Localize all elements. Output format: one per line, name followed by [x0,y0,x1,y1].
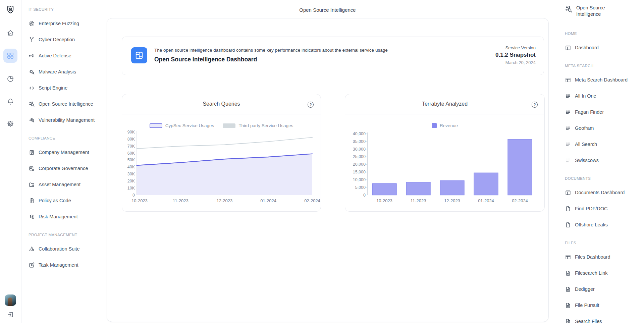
svg-text:60K: 60K [127,151,135,156]
service-version-value: 0.1.2 Snapshot [495,52,536,58]
section-header-files: FILES [565,241,576,245]
section-header-it-security: IT SECURITY [29,7,54,11]
sidebar-item-label: Malware Analysis [39,69,76,74]
svg-text:50K: 50K [127,158,135,162]
sidebar-item-policy-as-code[interactable]: Policy as Code [29,196,71,205]
pie-chart-icon[interactable] [7,75,14,83]
sidebar-item-label: Enterprise Fuzzing [39,21,79,26]
dashboard-grid-icon[interactable] [3,49,17,63]
building-icon [29,149,35,156]
shield-check-logo-icon [6,5,15,15]
svg-text:30K: 30K [127,172,135,176]
sidebar-item-asset-management[interactable]: Asset Management [29,180,80,189]
svg-text:80K: 80K [127,137,135,142]
sidebar-item-risk-management[interactable]: Risk Management [29,212,78,221]
sidebar-item-label: Goofram [575,125,594,131]
sidebar-item-fagan-finder[interactable]: Fagan Finder [565,108,604,116]
svg-text:30,000: 30,000 [353,147,366,152]
svg-text:40,000: 40,000 [353,131,366,136]
section-header-project-management: PROJECT MANAGEMENT [29,233,77,237]
sidebar-item-file-pursuit[interactable]: File Pursuit [565,301,599,310]
sidebar-item-offshore-leaks[interactable]: Offshore Leaks [565,220,608,229]
bug-search-icon [29,69,35,75]
svg-text:70K: 70K [127,144,135,149]
sidebar-item-label: Company Management [39,150,89,155]
bell-icon[interactable] [7,98,14,105]
section-header-compliance: COMPLIANCE [29,136,55,140]
sidebar-item-meta-search-dashboard[interactable]: Meta Search Dashboard [565,75,628,84]
sidebar-item-enterprise-fuzzing[interactable]: Enterprise Fuzzing [29,19,79,28]
section-header-meta-search: META SEARCH [565,64,593,68]
logout-icon[interactable] [7,311,14,318]
sidebar-item-all-search[interactable]: All Search [565,140,597,149]
line-chart-plot: 010K20K30K40K50K60K70K80K90K10-202311-20… [122,94,321,211]
pen-square-icon [29,262,35,268]
service-version-block: Service Version 0.1.2 Snapshot March 20,… [495,45,536,65]
sidebar-item-open-source-intelligence[interactable]: Open Source Intelligence [29,100,93,108]
svg-text:0: 0 [132,193,135,198]
left-sidebar: IT SECURITYEnterprise FuzzingCyber Decep… [21,0,107,323]
service-version-label: Service Version [495,45,536,50]
file-badge-icon [565,302,571,309]
right-sidebar-title-line2: Intelligence [576,11,605,17]
sidebar-item-label: Meta Search Dashboard [575,77,628,83]
sidebar-item-collaboration-suite[interactable]: Collaboration Suite [29,245,80,253]
sidebar-item-label: Documents Dashboard [575,190,625,195]
sidebar-item-swisscows[interactable]: Swisscows [565,156,599,165]
layout-dashboard-icon [565,190,571,196]
layers-icon [29,214,35,220]
sidebar-item-label: Cyber Deception [39,37,75,42]
sidebar-item-script-engine[interactable]: Script Engine [29,84,67,92]
sidebar-item-malware-analysis[interactable]: Malware Analysis [29,67,76,76]
right-sidebar-title-line1: Open Source [576,5,605,11]
svg-text:25,000: 25,000 [353,154,366,159]
icon-rail [0,0,21,323]
svg-text:11-2023: 11-2023 [173,198,189,203]
bar-chart-plot: 05,00010,00015,00020,00025,00030,00035,0… [345,94,544,211]
list-icon [565,93,571,99]
sidebar-item-label: Files Dashboard [575,254,610,260]
branch-icon [29,37,35,43]
svg-text:02-2024: 02-2024 [512,198,528,203]
sidebar-item-task-management[interactable]: Task Management [29,261,78,269]
sidebar-item-label: Dedigger [575,286,595,292]
sidebar-item-all-in-one[interactable]: All In One [565,92,596,100]
sidebar-item-vulnerability-management[interactable]: Vulnerability Management [29,116,95,124]
layout-dashboard-icon [565,77,571,83]
svg-text:90K: 90K [127,130,135,134]
sidebar-item-company-management[interactable]: Company Management [29,148,89,157]
banner-title: Open Source Intelligence Dashboard [154,56,257,63]
sidebar-item-search-files[interactable]: Search Files [565,317,602,323]
sidebar-item-files-dashboard[interactable]: Files Dashboard [565,253,610,261]
layout-dashboard-icon [565,45,571,51]
scrollbar-track[interactable] [642,0,642,323]
svg-text:12-2023: 12-2023 [216,198,232,203]
svg-text:40K: 40K [127,165,135,169]
sidebar-item-dedigger[interactable]: Dedigger [565,285,595,293]
home-icon[interactable] [7,29,14,37]
page: IT SECURITYEnterprise FuzzingCyber Decep… [0,0,644,323]
clipboard-icon [29,198,35,204]
sidebar-item-label: Risk Management [39,214,78,219]
sidebar-item-label: All In One [575,93,596,99]
folder-icon [29,181,35,188]
sidebar-item-label: Dashboard [575,45,599,50]
user-avatar[interactable] [5,294,16,306]
sidebar-item-label: Script Engine [39,85,67,91]
sidebar-item-label: Find PDF/DOC [575,206,608,211]
file-badge-icon [565,286,571,292]
sidebar-item-cyber-deception[interactable]: Cyber Deception [29,35,75,44]
svg-text:0: 0 [363,193,366,198]
section-header-documents: DOCUMENTS [565,176,591,180]
sidebar-item-documents-dashboard[interactable]: Documents Dashboard [565,188,625,197]
svg-text:10,000: 10,000 [353,177,366,182]
gear-icon[interactable] [7,120,14,127]
sidebar-item-filesearch-link[interactable]: Filesearch Link [565,269,608,277]
sidebar-item-label: Search Files [575,319,602,323]
right-sidebar-header: Open Source Intelligence [565,5,605,17]
sidebar-item-active-defense[interactable]: Active Defense [29,51,71,60]
sidebar-item-goofram[interactable]: Goofram [565,124,594,132]
sidebar-item-corporate-governance[interactable]: Corporate Governance [29,164,88,173]
sidebar-item-dashboard[interactable]: Dashboard [565,43,599,52]
sidebar-item-find-pdf-doc[interactable]: Find PDF/DOC [565,204,608,213]
